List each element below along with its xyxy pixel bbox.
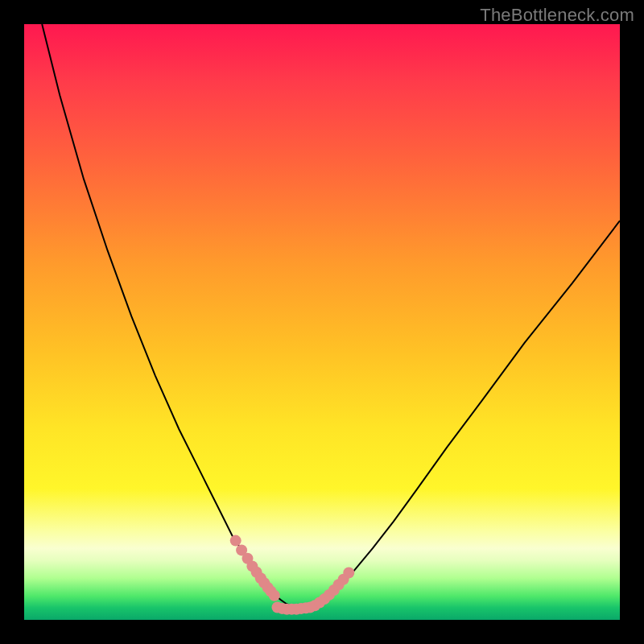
right-markers-pt xyxy=(343,568,354,579)
left-curve xyxy=(42,24,298,609)
bottom-markers-pt xyxy=(300,602,312,613)
marker-layer xyxy=(230,535,355,615)
watermark-text: TheBottleneck.com xyxy=(480,5,634,26)
right-curve xyxy=(298,221,620,609)
left-markers-pt xyxy=(269,590,280,601)
frame: TheBottleneck.com xyxy=(0,0,644,644)
plot-area xyxy=(24,24,620,620)
left-markers-pt xyxy=(230,535,242,547)
curve-layer xyxy=(42,24,620,609)
chart-svg xyxy=(24,24,620,620)
